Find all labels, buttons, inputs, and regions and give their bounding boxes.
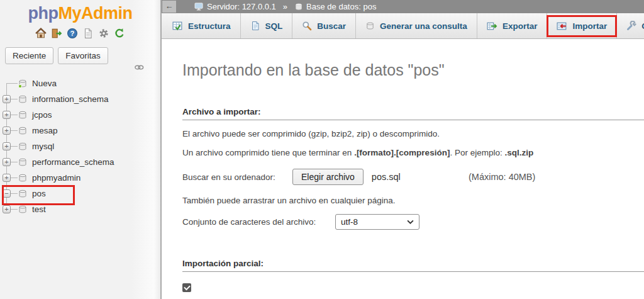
wrench-icon: [626, 21, 636, 31]
format-token: .[formato].[compresión]: [354, 148, 450, 157]
compression-hint: El archivo puede ser comprimido (gzip, b…: [182, 127, 644, 140]
expand-icon[interactable]: +: [3, 174, 11, 182]
tab-generar-una-consulta[interactable]: Generar una consulta: [356, 13, 477, 38]
file-upload-row: Buscar en su ordenador: Elegir archivo p…: [182, 169, 644, 185]
tree-item-label[interactable]: performance_schema: [32, 157, 114, 167]
docs-icon[interactable]: [82, 28, 94, 39]
database-tab-bar: Estructura SQL Buscar Generar una consul…: [162, 13, 644, 39]
partial-import-section-heading: Importación parcial:: [182, 259, 644, 272]
file-import-section-heading: Archivo a importar:: [182, 107, 644, 120]
tree-item-label[interactable]: phpmyadmin: [32, 173, 80, 183]
expand-icon[interactable]: +: [3, 142, 11, 150]
charset-select[interactable]: utf-8: [335, 214, 419, 230]
collapse-icon[interactable]: −: [3, 189, 11, 198]
filename-format-hint: Un archivo comprimido tiene que terminar…: [182, 146, 644, 159]
help-icon[interactable]: ?: [67, 28, 78, 39]
export-icon: [487, 21, 497, 31]
browse-label: Buscar en su ordenador:: [182, 172, 292, 182]
reload-icon[interactable]: [114, 28, 125, 39]
tree-item-label[interactable]: Nueva: [32, 79, 57, 88]
sql-page-icon: [250, 21, 260, 31]
svg-text:?: ?: [70, 30, 75, 37]
chevron-down-icon: [407, 220, 414, 224]
expand-icon[interactable]: +: [3, 158, 11, 166]
back-button[interactable]: ←: [162, 0, 177, 13]
new-database-icon: [18, 79, 28, 89]
sidebar-quick-tabs: Reciente Favoritas: [5, 47, 160, 64]
tab-label: Buscar: [317, 21, 346, 31]
tree-item-pos[interactable]: − pos: [0, 186, 160, 201]
expand-icon[interactable]: +: [3, 127, 11, 135]
page-title: Importando en la base de datos "pos": [182, 61, 644, 79]
tree-item-phpmyadmin[interactable]: + phpmyadmin: [0, 170, 160, 186]
expand-icon[interactable]: +: [3, 95, 11, 103]
tab-label: O: [641, 21, 644, 31]
tree-item-label[interactable]: test: [32, 205, 46, 214]
tree-item-label[interactable]: information_schema: [32, 94, 109, 104]
database-tree: Nueva + information_schema + jcpos + mes…: [0, 76, 160, 217]
tab-label: SQL: [265, 21, 283, 31]
choose-file-button[interactable]: Elegir archivo: [292, 169, 364, 185]
recent-button[interactable]: Reciente: [5, 47, 53, 64]
tree-item-label[interactable]: mysql: [32, 142, 54, 151]
database-icon: [18, 157, 28, 167]
sidebar-icon-row: ?: [0, 28, 160, 39]
import-icon: [557, 21, 567, 31]
breadcrumb-separator: »: [283, 2, 287, 11]
tab-label: Exportar: [502, 21, 538, 31]
tab-importar[interactable]: Importar: [547, 13, 617, 38]
drag-drop-hint: También puede arrastrar un archivo en cu…: [182, 196, 644, 205]
tab-sql[interactable]: SQL: [241, 13, 293, 38]
favorites-button[interactable]: Favoritas: [58, 47, 108, 64]
navigation-sidebar: phpMyAdmin ? Reciente Favoritas Nueva + …: [0, 0, 162, 299]
expand-icon[interactable]: +: [3, 205, 11, 213]
tree-item-nueva[interactable]: Nueva: [0, 76, 160, 91]
charset-selected-value: utf-8: [341, 217, 407, 227]
expand-icon[interactable]: +: [3, 111, 11, 119]
tree-item-test[interactable]: + test: [0, 201, 160, 217]
tree-item-performance-schema[interactable]: + performance_schema: [0, 154, 160, 170]
tree-item-jcpos[interactable]: + jcpos: [0, 107, 160, 123]
breadcrumb-database-link[interactable]: Base de datos: pos: [306, 2, 376, 11]
link-icon[interactable]: [135, 63, 144, 72]
search-icon: [302, 21, 312, 31]
tree-item-information-schema[interactable]: + information_schema: [0, 91, 160, 107]
tab-operaciones[interactable]: O: [617, 13, 644, 38]
tab-exportar[interactable]: Exportar: [477, 13, 548, 38]
tree-item-label[interactable]: jcpos: [32, 110, 52, 120]
query-database-icon: [365, 21, 375, 31]
example-token: .sql.zip: [504, 148, 533, 157]
tree-item-mysql[interactable]: + mysql: [0, 138, 160, 154]
logo-myadmin: MyAdmin: [58, 4, 132, 23]
breadcrumb: Servidor: 127.0.0.1 » Base de datos: pos: [194, 2, 376, 11]
database-icon: [18, 205, 28, 215]
tab-buscar[interactable]: Buscar: [292, 13, 356, 38]
breadcrumb-bar: ← Servidor: 127.0.0.1 » Base de datos: p…: [162, 0, 644, 13]
tab-label: Estructura: [188, 21, 231, 31]
tab-label: Generar una consulta: [380, 21, 467, 31]
tab-label: Importar: [572, 21, 607, 31]
tab-estructura[interactable]: Estructura: [163, 13, 241, 38]
database-icon: [18, 126, 28, 136]
database-icon: [18, 189, 28, 199]
settings-icon[interactable]: [98, 28, 109, 39]
phpmyadmin-logo: phpMyAdmin: [0, 0, 160, 23]
database-icon: [18, 173, 28, 183]
tree-item-mesap[interactable]: + mesap: [0, 123, 160, 138]
allow-interrupt-checkbox[interactable]: [182, 283, 191, 292]
selected-file-name: pos.sql: [372, 172, 401, 182]
database-icon: [294, 3, 303, 11]
database-icon: [18, 94, 28, 104]
tree-item-label[interactable]: mesap: [32, 126, 58, 135]
breadcrumb-server-link[interactable]: Servidor: 127.0.0.1: [207, 2, 276, 11]
server-icon: [194, 3, 204, 11]
tree-item-label[interactable]: pos: [32, 189, 46, 198]
logout-icon[interactable]: [51, 28, 62, 39]
home-icon[interactable]: [35, 28, 47, 39]
charset-row: Conjunto de caracteres del archivo: utf-…: [182, 214, 644, 230]
max-size-label: (Máximo: 40MB): [469, 172, 535, 182]
charset-label: Conjunto de caracteres del archivo:: [182, 217, 335, 227]
logo-php: php: [28, 4, 58, 23]
structure-icon: [172, 21, 183, 31]
import-page: Importando en la base de datos "pos" Arc…: [163, 39, 644, 299]
